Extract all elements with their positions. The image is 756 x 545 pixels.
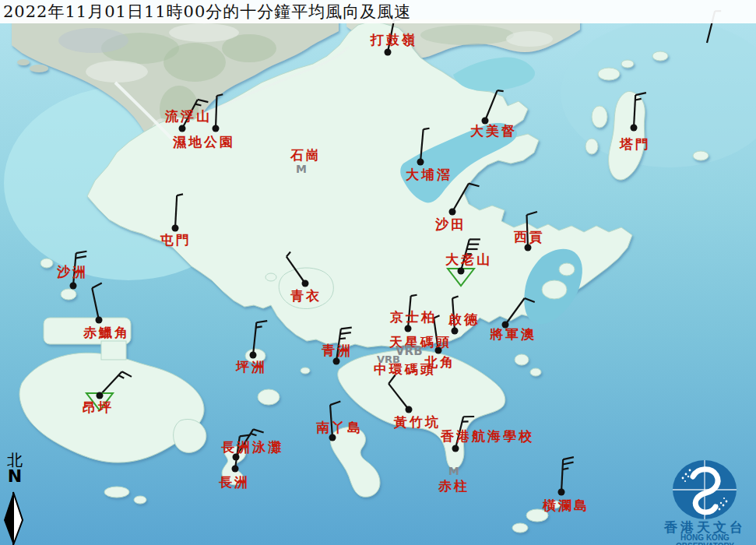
station-label: 濕地公園 [173, 135, 235, 149]
station-dot [232, 466, 239, 473]
station-dot [458, 268, 465, 275]
station-label: 赤柱 [438, 480, 469, 493]
station-dot [417, 159, 424, 166]
wind-barb-flag [424, 128, 430, 129]
hko-logo-english: HONG KONG OBSERVATORY [652, 533, 756, 545]
station-label: 橫瀾島 [543, 499, 589, 512]
station-dot [250, 352, 257, 359]
station-label: 大美督 [470, 125, 517, 138]
station-dot [405, 325, 412, 332]
station-dot [525, 244, 532, 251]
wind-barb-flag [339, 338, 346, 339]
station-label: 啟德 [448, 313, 480, 326]
station-dot [213, 125, 220, 132]
station-label: 赤鱲角 [83, 326, 130, 339]
station-dot [97, 392, 104, 399]
station-dot [70, 283, 77, 290]
station-label: 長洲泳灘 [221, 441, 283, 454]
station-dot [406, 406, 413, 413]
hong-kong-map [0, 0, 756, 545]
station-status-code: M [448, 466, 459, 476]
station-dot [96, 317, 103, 324]
wind-barb-flag [498, 90, 504, 91]
station-dot [302, 280, 309, 287]
station-label: 長洲 [219, 476, 250, 489]
wind-barb-flag [411, 295, 417, 296]
north-letter-label: N [2, 469, 28, 484]
wind-map-screenshot: 2022年11月01日11時00分的十分鐘平均風向及風速 打鼓嶺流浮山濕地公園大… [0, 0, 756, 545]
station-label: 昂坪 [83, 401, 114, 414]
station-label: 坪洲 [236, 360, 267, 374]
station-label: 香港航海學校 [441, 430, 534, 443]
station-label: 青洲 [322, 344, 353, 357]
north-indicator: 北 N [2, 452, 28, 484]
hko-logo-icon [673, 460, 737, 519]
station-label: 打鼓嶺 [371, 33, 417, 47]
station-dot [558, 489, 565, 496]
station-dot [452, 328, 459, 335]
station-label: 石崗 [290, 149, 322, 162]
station-label: 流浮山 [165, 110, 212, 123]
station-dot [333, 358, 340, 365]
station-dot [179, 125, 186, 132]
station-status-code: M [296, 164, 307, 174]
station-label: 屯門 [160, 234, 192, 247]
station-label: 西貢 [514, 230, 545, 244]
station-dot [452, 445, 459, 452]
station-dot [172, 225, 179, 232]
station-status-code: VRB [377, 354, 400, 364]
station-label: 青衣 [290, 290, 322, 303]
wind-barb-staff [216, 96, 216, 128]
wind-barb-flag [256, 326, 262, 327]
map-title: 2022年11月01日11時00分的十分鐘平均風向及風速 [3, 1, 411, 23]
station-label: 將軍澳 [490, 328, 536, 341]
station-dot [385, 49, 392, 56]
station-label: 大老山 [445, 253, 492, 266]
station-dot [449, 209, 456, 216]
station-label: 大埔滘 [406, 168, 452, 181]
station-label: 沙田 [435, 218, 466, 231]
station-label: 京士柏 [390, 311, 437, 324]
station-label: 黃竹坑 [394, 416, 441, 429]
station-label: 塔門 [620, 138, 651, 151]
station-label: 南丫島 [316, 421, 363, 434]
station-dot [631, 125, 638, 132]
station-label: 沙洲 [57, 265, 88, 279]
